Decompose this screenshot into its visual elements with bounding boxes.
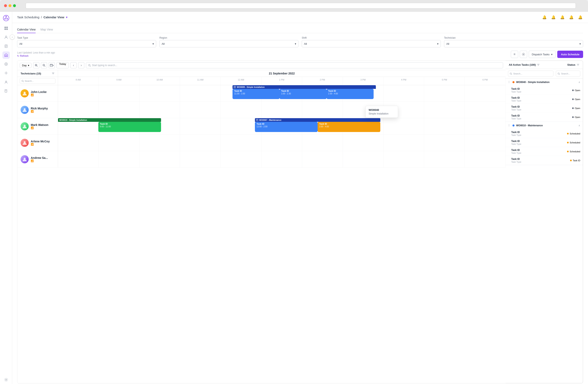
filter-task-type-select[interactable]: All ▾ — [17, 40, 156, 47]
sidebar-item-people[interactable] — [2, 34, 10, 41]
status-dot-0040-4 — [572, 116, 574, 118]
tasks-search-placeholder: Search... — [513, 72, 522, 75]
zoom-in-btn[interactable] — [33, 62, 39, 68]
tasks-search-input[interactable]: Search... — [508, 71, 553, 77]
sidebar-item-documents[interactable] — [2, 87, 10, 95]
task-mark-1[interactable]: Task ID 9:00 - 11:00 — [98, 122, 161, 132]
time-slots-row: 8 AM 9 AM 10 AM 11 AM 12 AM 1 PM 2 PM 3 … — [58, 77, 505, 85]
tech-name-arlene: Arlene McCoy — [31, 140, 50, 143]
breadcrumb-dropdown-icon[interactable]: ▾ — [66, 16, 68, 19]
tech-name-mark: Mark Watson — [31, 123, 48, 127]
svg-point-11 — [5, 36, 7, 38]
task-id-0010-3: Task ID — [511, 149, 567, 152]
sidebar-item-settings[interactable] — [2, 376, 10, 384]
traffic-light-minimize[interactable] — [9, 4, 11, 7]
task-item-0010-4-left: Task ID Task Type — [511, 158, 570, 163]
sidebar-item-dispatch[interactable] — [2, 52, 10, 59]
calendar-picker-btn[interactable]: ▾ — [49, 62, 55, 68]
notification-bell-2[interactable]: 🔔 — [550, 15, 556, 20]
sidebar-item-dashboard[interactable] — [2, 25, 10, 32]
notification-bell-3[interactable]: 🔔 — [560, 15, 565, 20]
filters-row: Task Type All ▾ Region All ▾ Shift — [17, 37, 583, 47]
time-10am: 10 AM — [140, 77, 180, 85]
avatar-rick-murphy — [21, 106, 29, 114]
wo-tooltip: WO0040 Simple Installation — [365, 106, 398, 118]
nav-prev-btn[interactable]: ‹ — [70, 62, 77, 68]
zoom-out-btn[interactable] — [41, 62, 47, 68]
notification-bell-4[interactable]: 🔔 — [568, 15, 574, 20]
sort-status-icon[interactable] — [577, 63, 579, 66]
dispatch-tasks-btn[interactable]: Dispatch Tasks ▾ — [529, 51, 556, 58]
sort-tasks-icon[interactable] — [537, 63, 540, 66]
wo-mark-2-label: WO0067 - Maintenance — [259, 119, 281, 121]
calendar-search[interactable]: Start typing to search... — [86, 62, 503, 68]
today-btn[interactable]: Today — [56, 62, 69, 68]
main-calendar-wrapper: Day ▾ ▾ Today — [17, 60, 583, 384]
wo-header-john[interactable]: WO0009 - Simple Installation — [232, 85, 376, 89]
tasks-panel: All Active Tasks (100) Status Search... — [505, 61, 583, 383]
task-mark-1-time: 9:00 - 11:00 — [100, 126, 159, 128]
wo-dot-0010 — [512, 124, 514, 127]
tech-search-input[interactable]: Search... — [20, 78, 55, 84]
tech-info-arlene: Arlene McCoy 📶 — [17, 135, 58, 151]
status-search-input[interactable]: Search... — [556, 71, 580, 77]
tabs: Calendar View Map View — [17, 26, 583, 33]
day-view-selector[interactable]: Day ▾ — [20, 63, 32, 68]
settings-icon-btn[interactable] — [520, 51, 527, 58]
drag-handle-0040[interactable]: ⠿ — [508, 80, 510, 84]
task-john-3-id: Task ID — [328, 90, 372, 92]
task-type-0010-2: Task Type — [511, 143, 567, 145]
sidebar-item-integrations[interactable] — [2, 69, 10, 77]
refresh-icon: ↻ — [17, 55, 19, 57]
task-john-3[interactable]: Task ID 2:30 - 4:00 — [327, 89, 374, 99]
task-john-2-id: Task ID — [281, 90, 325, 92]
filter-icon-btn[interactable]: ≡ — [511, 51, 518, 58]
tech-schedule-arlene — [58, 135, 505, 151]
task-item-0040-3-left: Task ID Task Type — [511, 105, 572, 111]
task-mark-2[interactable]: Task ID 12:00 - 2:00 — [255, 122, 318, 132]
status-badge-0010-4: Task ID — [570, 159, 580, 162]
tech-info-mark-watson: Mark Watson 📶 — [17, 118, 58, 134]
filter-shift-select[interactable]: All ▾ — [302, 40, 441, 47]
refresh-link[interactable]: ↻ Refresh — [17, 55, 509, 57]
task-type-0040-4: Task Type — [511, 117, 572, 120]
status-badge-0010-1: Scheduled — [567, 133, 580, 135]
nav-next-btn[interactable]: › — [78, 62, 84, 68]
wo-header-mark-2[interactable]: WO0067 - Maintenance — [255, 118, 380, 122]
wo-group-0010-header[interactable]: ⠿ WO0010 - Maintenance ∧ — [505, 122, 583, 129]
tab-map-view[interactable]: Map View — [41, 26, 53, 33]
task-mark-2-time: 12:00 - 2:00 — [256, 126, 316, 128]
svg-rect-10 — [6, 28, 8, 30]
traffic-light-close[interactable] — [4, 4, 7, 7]
sort-technicians-icon[interactable] — [52, 72, 55, 75]
task-john-2[interactable]: Task ID 1:00 - 2:30 — [279, 89, 327, 99]
wo-group-0040-title: WO0040 - Simple Installation — [516, 81, 577, 84]
task-john-1[interactable]: Task ID 11:30 - 1:00 — [232, 89, 279, 99]
auto-schedule-btn[interactable]: Auto Schedule — [557, 51, 583, 58]
filter-region-select[interactable]: All ▾ — [159, 40, 298, 47]
task-mark-3[interactable]: Task ID 2:00 - 4:00 — [318, 122, 380, 132]
wo-group-0040-chevron[interactable]: ∧ — [578, 81, 580, 84]
tech-details-arlene: Arlene McCoy 📶 — [31, 140, 50, 146]
traffic-light-maximize[interactable] — [13, 4, 16, 7]
svg-point-22 — [5, 379, 6, 380]
sidebar-item-profile[interactable] — [2, 78, 10, 86]
filter-task-type: Task Type All ▾ — [17, 37, 156, 47]
tab-calendar-view[interactable]: Calendar View — [17, 26, 36, 33]
wo-header-mark-1[interactable]: WO0019 - Simple Installation — [58, 118, 161, 122]
task-item-0010-1: Task ID Task Type Scheduled — [505, 129, 583, 138]
task-type-0040-1: Task Type — [511, 91, 572, 93]
window-chrome — [0, 0, 588, 12]
task-item-0040-2-left: Task ID Task Type — [511, 96, 572, 102]
sidebar-item-tools[interactable] — [2, 60, 10, 68]
wo-group-0010-chevron[interactable]: ∧ — [578, 124, 580, 127]
drag-handle-0010[interactable]: ⠿ — [508, 124, 510, 127]
filter-technician-select[interactable]: All ▾ — [444, 40, 583, 47]
url-bar[interactable] — [26, 3, 576, 9]
notification-bell-5[interactable]: 🔔 — [577, 15, 583, 20]
sidebar-item-reports[interactable] — [2, 42, 10, 50]
time-4pm: 4 PM — [384, 77, 424, 85]
svg-line-4 — [6, 17, 7, 19]
notification-bell-1[interactable]: 🔔 — [542, 15, 547, 20]
wo-group-0040-header[interactable]: ⠿ WO0040 - Simple Installation ∧ — [505, 78, 583, 86]
